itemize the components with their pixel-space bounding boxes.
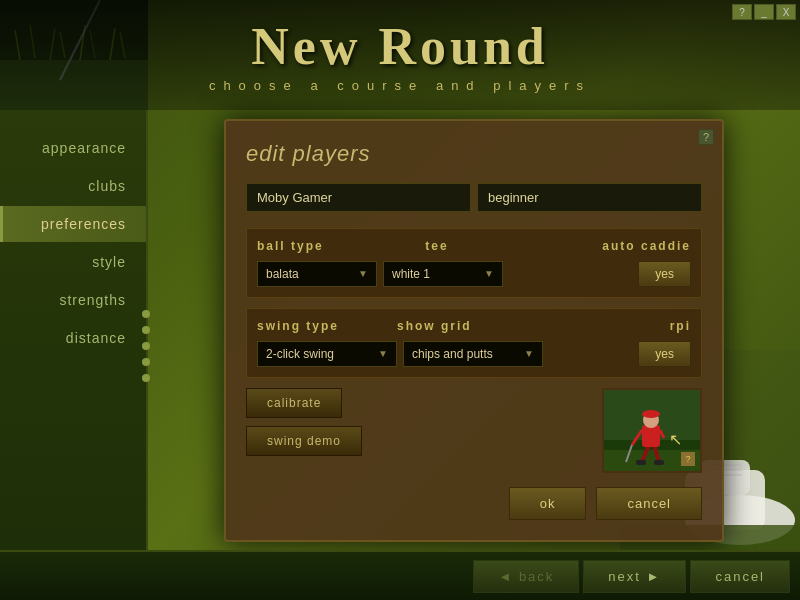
show-grid-dropdown[interactable]: chips and putts ▼ bbox=[403, 341, 543, 367]
svg-point-29 bbox=[642, 410, 660, 418]
tee-value: white 1 bbox=[392, 267, 430, 281]
minimize-button[interactable]: _ bbox=[754, 4, 774, 20]
show-grid-arrow: ▼ bbox=[524, 348, 534, 359]
player-level-input[interactable] bbox=[477, 183, 702, 212]
tee-dropdown[interactable]: white 1 ▼ bbox=[383, 261, 503, 287]
sidebar-item-appearance[interactable]: appearance bbox=[0, 130, 146, 166]
swing-type-value: 2-click swing bbox=[266, 347, 334, 361]
svg-rect-30 bbox=[636, 460, 646, 465]
tee-header: tee bbox=[377, 239, 497, 253]
next-button[interactable]: next ► bbox=[583, 560, 686, 593]
ball-type-value: balata bbox=[266, 267, 299, 281]
ball-type-dropdown[interactable]: balata ▼ bbox=[257, 261, 377, 287]
main-content: ? edit players ball type tee auto caddie… bbox=[148, 110, 800, 550]
rpi-yes-button[interactable]: yes bbox=[638, 341, 691, 367]
rpi-control: yes bbox=[549, 341, 691, 367]
cancel-button[interactable]: cancel bbox=[596, 487, 702, 520]
show-grid-header: show grid bbox=[397, 319, 537, 333]
sidebar-item-strengths[interactable]: strengths bbox=[0, 282, 146, 318]
swing-type-dropdown[interactable]: 2-click swing ▼ bbox=[257, 341, 397, 367]
dialog-wrapper: ? edit players ball type tee auto caddie… bbox=[224, 119, 724, 542]
help-button[interactable]: ? bbox=[732, 4, 752, 20]
calibrate-button[interactable]: calibrate bbox=[246, 388, 342, 418]
dialog-title: edit players bbox=[246, 141, 702, 167]
sidebar-item-distance[interactable]: distance bbox=[0, 320, 146, 356]
swing-grid-rpi-section: swing type show grid rpi 2-click swing ▼… bbox=[246, 308, 702, 378]
back-button[interactable]: ◄ back bbox=[473, 560, 579, 593]
thumb-help-icon[interactable]: ? bbox=[681, 452, 695, 466]
page-subtitle: choose a course and players bbox=[209, 78, 591, 93]
bottom-nav: ◄ back next ► cancel bbox=[0, 550, 800, 600]
auto-caddie-header: auto caddie bbox=[497, 239, 691, 253]
ball-type-header: ball type bbox=[257, 239, 377, 253]
ball-type-arrow: ▼ bbox=[358, 268, 368, 279]
show-grid-value: chips and putts bbox=[412, 347, 493, 361]
sidebar-item-clubs[interactable]: clubs bbox=[0, 168, 146, 204]
rpi-header: rpi bbox=[537, 319, 691, 333]
sidebar-item-style[interactable]: style bbox=[0, 244, 146, 280]
swing-type-header: swing type bbox=[257, 319, 397, 333]
section-headers-row1: ball type tee auto caddie bbox=[257, 239, 691, 253]
bottom-section: calibrate swing demo bbox=[246, 388, 702, 473]
dialog-help-icon[interactable]: ? bbox=[698, 129, 714, 145]
sidebar-nav: appearance clubs preferences style stren… bbox=[0, 110, 146, 356]
auto-caddie-yes-button[interactable]: yes bbox=[638, 261, 691, 287]
close-button[interactable]: X bbox=[776, 4, 796, 20]
swing-demo-button[interactable]: swing demo bbox=[246, 426, 362, 456]
svg-rect-24 bbox=[642, 425, 660, 447]
player-thumbnail: ↖ ? bbox=[602, 388, 702, 473]
swing-row-controls: 2-click swing ▼ chips and putts ▼ yes bbox=[257, 341, 691, 367]
section-controls-row1: balata ▼ white 1 ▼ yes bbox=[257, 261, 691, 287]
swing-row-headers: swing type show grid rpi bbox=[257, 319, 691, 333]
player-fields bbox=[246, 183, 702, 212]
bottom-cancel-button[interactable]: cancel bbox=[690, 560, 790, 593]
tee-arrow: ▼ bbox=[484, 268, 494, 279]
sidebar: appearance clubs preferences style stren… bbox=[0, 110, 148, 550]
ball-tee-caddie-section: ball type tee auto caddie balata ▼ white… bbox=[246, 228, 702, 298]
ok-button[interactable]: ok bbox=[509, 487, 587, 520]
edit-players-dialog: ? edit players ball type tee auto caddie… bbox=[224, 119, 724, 542]
swing-type-arrow: ▼ bbox=[378, 348, 388, 359]
top-banner: New Round choose a course and players bbox=[0, 0, 800, 110]
sidebar-item-preferences[interactable]: preferences bbox=[0, 206, 146, 242]
svg-rect-31 bbox=[654, 460, 664, 465]
window-controls: ? _ X bbox=[732, 4, 796, 20]
dialog-footer: ok cancel bbox=[246, 487, 702, 520]
auto-caddie-control: yes bbox=[503, 261, 691, 287]
bottom-controls: calibrate swing demo bbox=[246, 388, 592, 456]
page-title: New Round bbox=[251, 17, 549, 76]
player-name-input[interactable] bbox=[246, 183, 471, 212]
